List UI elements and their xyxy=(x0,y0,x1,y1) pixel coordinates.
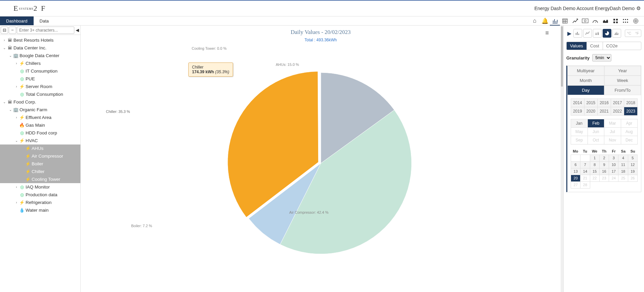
period-multiyear[interactable]: Multiyear xyxy=(567,66,604,76)
tree-item[interactable]: ›⚡Server Room xyxy=(0,83,80,90)
tree-item[interactable]: ›⚡Chillers xyxy=(0,59,80,67)
gauge-icon[interactable] xyxy=(590,16,600,26)
tree-item[interactable]: ⚡Chiller xyxy=(0,168,80,175)
chevron-right-icon[interactable]: › xyxy=(14,116,19,119)
day-18[interactable]: 18 xyxy=(618,168,628,175)
chevron-right-icon[interactable]: › xyxy=(2,38,7,42)
year-2015[interactable]: 2015 xyxy=(584,99,598,107)
day-16[interactable]: 16 xyxy=(600,168,609,175)
day-19[interactable]: 19 xyxy=(628,168,638,175)
chevron-down-icon[interactable]: ⌄ xyxy=(8,108,13,112)
metric-co2e[interactable]: CO2e xyxy=(603,42,621,50)
year-2022[interactable]: 2022 xyxy=(611,107,624,116)
chevron-right-icon[interactable]: › xyxy=(14,61,19,65)
tree-item[interactable]: ⌄🏛Food Corp. xyxy=(0,98,80,106)
day-1[interactable]: 1 xyxy=(590,155,600,162)
day-13[interactable]: 13 xyxy=(571,168,580,175)
bell-icon[interactable]: 🔔 xyxy=(540,16,550,26)
chevron-down-icon[interactable]: ⌄ xyxy=(2,100,7,104)
tree-item[interactable]: ⌄🏢Organic Farm xyxy=(0,106,80,114)
tree-minus-button[interactable]: − xyxy=(9,27,16,34)
day-10[interactable]: 10 xyxy=(609,162,618,168)
day-12[interactable]: 12 xyxy=(628,162,638,168)
tree-item[interactable]: 💧Water main xyxy=(0,206,80,214)
sidebar-collapse-handle[interactable]: ◀ xyxy=(75,28,80,33)
dots-icon[interactable] xyxy=(620,16,631,26)
tree-item[interactable]: ›⚡Refrigeration xyxy=(0,199,80,206)
day-5[interactable]: 5 xyxy=(628,155,638,162)
granularity-select[interactable]: 5min xyxy=(592,54,611,61)
tree-item[interactable]: ◎PUE xyxy=(0,75,80,83)
year-2016[interactable]: 2016 xyxy=(598,99,611,107)
tree-item[interactable]: ◎Production data xyxy=(0,191,80,199)
year-2023[interactable]: 2023 xyxy=(624,107,638,116)
chart-type-histogram-icon[interactable] xyxy=(612,29,621,38)
day-20[interactable]: 20 xyxy=(571,175,580,182)
chevron-down-icon[interactable]: ⌄ xyxy=(8,54,13,57)
day-4[interactable]: 4 xyxy=(618,155,628,162)
target-icon[interactable] xyxy=(631,16,641,26)
period-week[interactable]: Week xyxy=(604,76,641,85)
tree-item[interactable]: ⚡Boiler xyxy=(0,160,80,168)
period-day[interactable]: Day xyxy=(567,85,604,95)
day-14[interactable]: 14 xyxy=(580,168,590,175)
tree-item[interactable]: ⚡AHUs xyxy=(0,144,80,152)
trend-icon[interactable] xyxy=(570,16,580,26)
nav-tab-dashboard[interactable]: Dashboard xyxy=(0,16,34,25)
home-icon[interactable]: ⌂ xyxy=(530,16,540,26)
month-jan[interactable]: Jan xyxy=(571,119,588,128)
period-year[interactable]: Year xyxy=(604,66,641,76)
tree-item[interactable]: ⌄🏛Data Center Inc. xyxy=(0,44,80,52)
calendar-icon[interactable] xyxy=(560,16,570,26)
day-3[interactable]: 3 xyxy=(609,155,618,162)
chevron-right-icon[interactable]: › xyxy=(14,185,19,189)
chart-type-line-icon[interactable] xyxy=(583,29,592,38)
year-2020[interactable]: 2020 xyxy=(584,107,598,116)
month-feb[interactable]: Feb xyxy=(588,119,605,128)
metric-values[interactable]: Values xyxy=(567,42,587,50)
year-2021[interactable]: 2021 xyxy=(598,107,611,116)
day-7[interactable]: 7 xyxy=(580,162,590,168)
day-8[interactable]: 8 xyxy=(590,162,600,168)
money-icon[interactable] xyxy=(580,16,590,26)
play-icon[interactable]: ▶ xyxy=(566,29,572,38)
chart-type-bar-icon[interactable] xyxy=(573,29,582,38)
tree-item[interactable]: ⌄🏢Boogle Data Center xyxy=(0,52,80,59)
day-17[interactable]: 17 xyxy=(609,168,618,175)
day-6[interactable]: 6 xyxy=(571,162,580,168)
bar-chart-icon[interactable] xyxy=(550,16,560,26)
tree-item[interactable]: ◎HDD Food corp xyxy=(0,129,80,137)
chevron-right-icon[interactable]: › xyxy=(14,85,19,88)
tree-item[interactable]: ◎IT Consumption xyxy=(0,67,80,75)
collapse-all-button[interactable]: ⊟ xyxy=(1,27,8,34)
metric-cost[interactable]: Cost xyxy=(587,42,603,50)
tree-item[interactable]: ›◎IAQ Monitor xyxy=(0,183,80,191)
nav-tab-data[interactable]: Data xyxy=(34,16,55,25)
chevron-down-icon[interactable]: ⌄ xyxy=(2,46,7,50)
period-month[interactable]: Month xyxy=(567,76,604,85)
year-2019[interactable]: 2019 xyxy=(571,107,584,116)
day-2[interactable]: 2 xyxy=(600,155,609,162)
tree-item[interactable]: ›🏛Best Resorts Hotels xyxy=(0,36,80,44)
year-2018[interactable]: 2018 xyxy=(624,99,638,107)
year-2017[interactable]: 2017 xyxy=(611,99,624,107)
tree-item[interactable]: ⚡Air Compressor xyxy=(0,152,80,160)
year-2014[interactable]: 2014 xyxy=(571,99,584,107)
grid-icon[interactable] xyxy=(610,16,620,26)
chevron-right-icon[interactable]: › xyxy=(14,201,19,204)
chart-menu-icon[interactable]: ≡ xyxy=(545,30,549,37)
account-label[interactable]: Energy Dash Demo Account EnergyDash Demo… xyxy=(534,5,641,11)
tree-search-input[interactable] xyxy=(17,27,74,34)
metric-toggle[interactable]: ValuesCostCO2e xyxy=(566,42,641,50)
tree-item[interactable]: ⌄⚡HVAC xyxy=(0,137,80,144)
tree-item[interactable]: ◎Total Consumption xyxy=(0,90,80,98)
unit-toggle[interactable]: °C°F xyxy=(625,30,641,37)
tree-item[interactable]: 🔥Gas Main xyxy=(0,121,80,129)
tree-item[interactable]: ›⚡Effluent Area xyxy=(0,114,80,121)
area-chart-icon[interactable] xyxy=(600,16,610,26)
day-11[interactable]: 11 xyxy=(618,162,628,168)
gear-icon[interactable]: ⚙ xyxy=(636,5,641,11)
chevron-down-icon[interactable]: ⌄ xyxy=(14,139,19,142)
chart-type-pie-icon[interactable] xyxy=(603,29,611,38)
chart-type-stacked-icon[interactable] xyxy=(593,29,602,38)
